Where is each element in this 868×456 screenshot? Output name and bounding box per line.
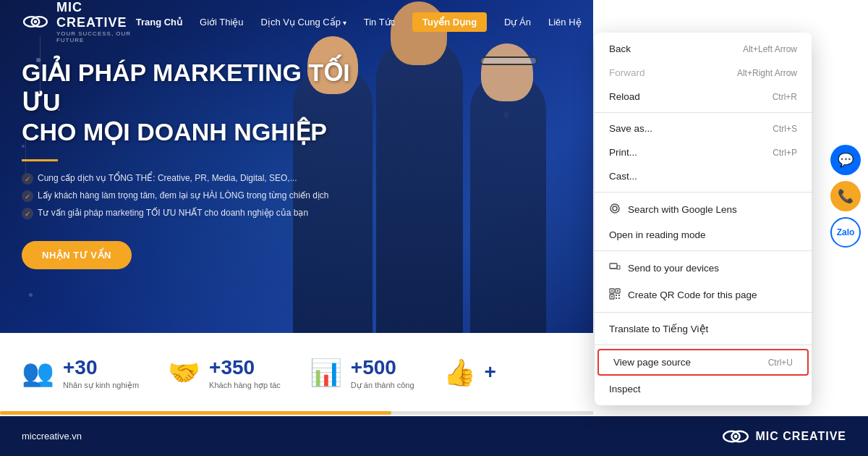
menu-create-qr[interactable]: Create QR Code for this page xyxy=(595,282,812,308)
svg-point-2 xyxy=(34,20,38,24)
menu-inspect[interactable]: Inspect xyxy=(595,377,812,401)
menu-save-as[interactable]: Save as... Ctrl+S xyxy=(595,117,812,140)
zalo-icon: Zalo xyxy=(837,227,855,237)
navbar: MIC CREATIVE YOUR SUCCESS, OUR FUTURE Tr… xyxy=(0,0,593,43)
logo[interactable]: MIC CREATIVE YOUR SUCCESS, OUR FUTURE xyxy=(22,0,136,43)
side-widgets: 💬 📞 Zalo xyxy=(830,145,861,248)
svg-rect-9 xyxy=(611,290,613,292)
menu-divider-4 xyxy=(595,312,812,313)
footer-brand-name: MIC CREATIVE xyxy=(756,430,846,443)
nav-tin-tuc[interactable]: Tin Tức xyxy=(364,17,395,28)
menu-view-source[interactable]: View page source Ctrl+U xyxy=(597,349,809,376)
menu-forward[interactable]: Forward Alt+Right Arrow xyxy=(595,61,812,85)
nav-links: Trang Chủ Giới Thiệu Dịch Vụ Cung Cấp Ti… xyxy=(136,12,582,32)
employees-icon: 👥 xyxy=(22,358,54,388)
menu-reload[interactable]: Reload Ctrl+R xyxy=(595,85,812,109)
stat-clients: 🤝 +350 Khách hàng hợp tác xyxy=(168,356,281,390)
footer-url: miccreative.vn xyxy=(22,431,82,442)
menu-divider-1 xyxy=(595,112,812,113)
svg-point-3 xyxy=(610,204,619,213)
zalo-widget[interactable]: Zalo xyxy=(830,217,861,248)
svg-rect-5 xyxy=(610,263,617,269)
extra-icon: 👍 xyxy=(443,358,476,388)
hero-bullet-2: Lấy khách hàng làm trọng tâm, đem lại sự… xyxy=(22,190,383,200)
footer-logo: MIC CREATIVE xyxy=(721,424,846,449)
phone-icon: 📞 xyxy=(838,188,854,204)
menu-reading-mode[interactable]: Open in reading mode xyxy=(595,223,812,247)
menu-translate[interactable]: Translate to Tiếng Việt xyxy=(595,316,812,341)
nav-lien-he[interactable]: Liên Hệ xyxy=(548,17,582,28)
lens-icon xyxy=(609,203,621,216)
menu-google-lens[interactable]: Search with Google Lens xyxy=(595,196,812,223)
stat-projects-label: Dự án thành công xyxy=(351,381,414,390)
hero-title: GIẢI PHÁP MARKETING TỐI ƯU CHO MỌI DOANH… xyxy=(22,58,383,146)
nav-du-an[interactable]: Dự Án xyxy=(504,17,531,28)
context-menu: Back Alt+Left Arrow Forward Alt+Right Ar… xyxy=(595,33,812,405)
footer-logo-icon xyxy=(721,424,750,449)
stats-bar: 👥 +30 Nhân sự kinh nghiệm 🤝 +350 Khách h… xyxy=(0,333,593,413)
svg-point-20 xyxy=(733,434,737,438)
svg-rect-15 xyxy=(618,295,620,296)
hero-bullet-3: Tư vấn giải pháp marketing TỐI ƯU NHẤT c… xyxy=(22,208,383,218)
nav-trang-chu[interactable]: Trang Chủ xyxy=(136,17,182,28)
menu-back[interactable]: Back Alt+Left Arrow xyxy=(595,37,812,61)
menu-divider-2 xyxy=(595,192,812,193)
nav-tuyen-dung[interactable]: Tuyển Dụng xyxy=(412,12,487,32)
progress-fill xyxy=(0,411,391,415)
stat-extra-number: + xyxy=(485,360,496,384)
cta-button[interactable]: NHẬN TƯ VẤN xyxy=(22,241,132,269)
carousel-progress xyxy=(0,411,593,415)
menu-send-to-devices[interactable]: Send to your devices xyxy=(595,255,812,282)
stat-projects-number: +500 xyxy=(351,356,414,379)
stat-clients-number: +350 xyxy=(209,356,281,379)
stat-clients-label: Khách hàng hợp tác xyxy=(209,381,281,390)
clients-icon: 🤝 xyxy=(168,358,200,388)
svg-point-4 xyxy=(613,206,617,211)
logo-icon xyxy=(22,7,49,37)
svg-rect-14 xyxy=(616,295,617,296)
hero-content: GIẢI PHÁP MARKETING TỐI ƯU CHO MỌI DOANH… xyxy=(22,58,383,269)
stat-employees-number: +30 xyxy=(63,356,139,379)
messenger-icon: 💬 xyxy=(838,152,854,168)
logo-text: MIC CREATIVE YOUR SUCCESS, OUR FUTURE xyxy=(56,0,136,43)
stat-projects: 📊 +500 Dự án thành công xyxy=(310,356,414,390)
hero-bullet-1: Cung cấp dịch vụ TỔNG THỂ: Creative, PR,… xyxy=(22,173,383,183)
menu-print[interactable]: Print... Ctrl+P xyxy=(595,140,812,164)
projects-icon: 📊 xyxy=(310,358,342,388)
svg-rect-17 xyxy=(618,297,620,299)
stat-extra: 👍 + xyxy=(443,358,496,388)
menu-cast[interactable]: Cast... xyxy=(595,164,812,188)
svg-rect-13 xyxy=(611,296,613,297)
nav-gioi-thieu[interactable]: Giới Thiệu xyxy=(200,17,244,28)
phone-widget[interactable]: 📞 xyxy=(830,181,861,211)
stat-employees: 👥 +30 Nhân sự kinh nghiệm xyxy=(22,356,139,390)
device-icon xyxy=(609,261,621,275)
hero-list: Cung cấp dịch vụ TỔNG THỂ: Creative, PR,… xyxy=(22,173,383,218)
qr-icon xyxy=(609,288,621,302)
nav-dich-vu[interactable]: Dịch Vụ Cung Cấp xyxy=(261,17,346,28)
svg-rect-11 xyxy=(617,290,618,292)
footer: miccreative.vn MIC CREATIVE xyxy=(0,416,868,456)
stat-employees-label: Nhân sự kinh nghiệm xyxy=(63,381,139,390)
hero-divider xyxy=(22,159,58,161)
menu-divider-5 xyxy=(595,345,812,345)
messenger-widget[interactable]: 💬 xyxy=(830,145,861,175)
menu-divider-3 xyxy=(595,250,812,251)
svg-rect-16 xyxy=(616,297,617,299)
